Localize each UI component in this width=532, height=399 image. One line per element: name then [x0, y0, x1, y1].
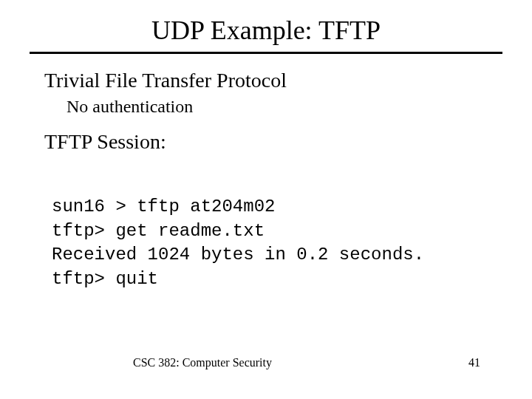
session-line: tftp> get readme.txt	[52, 221, 265, 241]
slide-title: UDP Example: TFTP	[44, 15, 488, 46]
slide: UDP Example: TFTP Trivial File Transfer …	[0, 0, 532, 399]
session-line: Received 1024 bytes in 0.2 seconds.	[52, 245, 424, 265]
heading-session: TFTP Session:	[44, 130, 488, 154]
footer-page-number: 41	[468, 356, 480, 369]
footer: CSC 382: Computer Security 41	[0, 356, 532, 369]
sub-note: No authentication	[66, 97, 488, 117]
heading-protocol: Trivial File Transfer Protocol	[44, 69, 488, 92]
title-underline	[30, 52, 502, 54]
session-block: sun16 > tftp at204m02 tftp> get readme.t…	[52, 171, 488, 291]
session-line: sun16 > tftp at204m02	[52, 197, 275, 216]
footer-course: CSC 382: Computer Security	[133, 356, 272, 369]
session-line: tftp> quit	[52, 269, 158, 289]
